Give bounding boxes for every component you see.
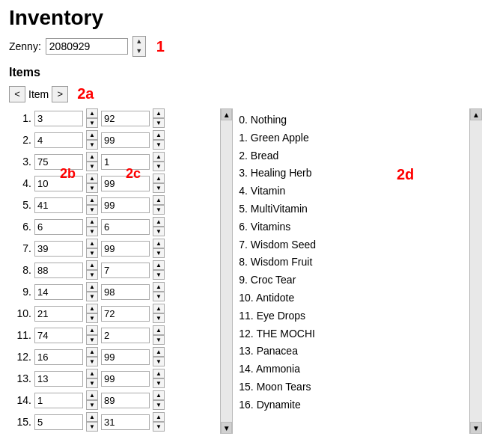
item-val2-input[interactable] (101, 197, 150, 213)
item-val2-input[interactable] (101, 349, 150, 365)
item-val1-down[interactable]: ▼ (86, 270, 98, 280)
names-scroll-track[interactable] (470, 120, 482, 422)
items-list[interactable]: 1. ▲ ▼ ▲ ▼ 2. ▲ ▼ ▲ ▼ 3. (9, 108, 220, 434)
item-val1-spinner[interactable]: ▲ ▼ (86, 108, 98, 128)
item-val1-up[interactable]: ▲ (86, 347, 98, 357)
item-val1-down[interactable]: ▼ (86, 313, 98, 323)
item-val1-up[interactable]: ▲ (86, 412, 98, 422)
item-val2-down[interactable]: ▼ (153, 422, 165, 432)
item-val1-input[interactable] (34, 263, 83, 278)
item-val2-spinner[interactable]: ▲ ▼ (153, 282, 165, 301)
item-val1-down[interactable]: ▼ (86, 378, 98, 388)
item-val1-down[interactable]: ▼ (86, 422, 98, 432)
scroll-down-arrow[interactable]: ▼ (221, 422, 232, 434)
item-val1-up[interactable]: ▲ (86, 174, 98, 183)
item-val1-down[interactable]: ▼ (86, 205, 98, 215)
item-val1-input[interactable] (34, 414, 83, 430)
item-val1-spinner[interactable]: ▲ ▼ (86, 130, 98, 150)
item-val2-up[interactable]: ▲ (153, 325, 165, 335)
item-val1-down[interactable]: ▼ (86, 292, 98, 301)
item-val2-up[interactable]: ▲ (153, 347, 165, 357)
item-val2-up[interactable]: ▲ (153, 304, 165, 313)
item-val1-input[interactable] (34, 132, 83, 148)
item-val1-input[interactable] (34, 241, 83, 257)
item-val1-input[interactable] (34, 219, 83, 235)
items-list-scrollbar[interactable]: ▲ ▼ (220, 108, 233, 434)
item-val1-spinner[interactable]: ▲ ▼ (86, 412, 98, 432)
item-val1-spinner[interactable]: ▲ ▼ (86, 239, 98, 258)
item-val1-input[interactable] (34, 349, 83, 365)
item-val2-up[interactable]: ▲ (153, 260, 165, 270)
item-val2-spinner[interactable]: ▲ ▼ (153, 390, 165, 410)
item-val2-input[interactable] (101, 328, 150, 343)
names-scroll-up-arrow[interactable]: ▲ (470, 108, 482, 120)
item-val1-input[interactable] (34, 306, 83, 322)
item-val2-input[interactable] (101, 371, 150, 387)
item-val2-up[interactable]: ▲ (153, 369, 165, 378)
zenny-spinner[interactable]: ▲ ▼ (132, 36, 146, 57)
item-val1-spinner[interactable]: ▲ ▼ (86, 195, 98, 215)
item-val1-input[interactable] (34, 328, 83, 343)
item-val1-down[interactable]: ▼ (86, 335, 98, 345)
item-val2-input[interactable] (101, 414, 150, 430)
item-val2-down[interactable]: ▼ (153, 140, 165, 150)
item-val2-down[interactable]: ▼ (153, 118, 165, 128)
item-val2-spinner[interactable]: ▲ ▼ (153, 325, 165, 345)
item-val1-spinner[interactable]: ▲ ▼ (86, 260, 98, 280)
item-val1-input[interactable] (34, 393, 83, 408)
item-val2-input[interactable] (101, 219, 150, 235)
item-val1-up[interactable]: ▲ (86, 130, 98, 140)
item-val1-up[interactable]: ▲ (86, 304, 98, 313)
item-val1-input[interactable] (34, 111, 83, 126)
item-val2-spinner[interactable]: ▲ ▼ (153, 239, 165, 258)
item-val1-down[interactable]: ▼ (86, 140, 98, 150)
item-val1-spinner[interactable]: ▲ ▼ (86, 325, 98, 345)
item-val2-down[interactable]: ▼ (153, 378, 165, 388)
item-val2-down[interactable]: ▼ (153, 183, 165, 193)
item-val2-down[interactable]: ▼ (153, 357, 165, 366)
item-val2-down[interactable]: ▼ (153, 205, 165, 215)
item-val1-spinner[interactable]: ▲ ▼ (86, 304, 98, 323)
item-val1-spinner[interactable]: ▲ ▼ (86, 174, 98, 193)
item-val1-up[interactable]: ▲ (86, 108, 98, 118)
item-val1-spinner[interactable]: ▲ ▼ (86, 369, 98, 388)
item-val1-input[interactable] (34, 197, 83, 213)
item-val1-down[interactable]: ▼ (86, 400, 98, 410)
item-val2-spinner[interactable]: ▲ ▼ (153, 260, 165, 280)
item-val2-up[interactable]: ▲ (153, 174, 165, 183)
item-val2-spinner[interactable]: ▲ ▼ (153, 174, 165, 193)
item-val2-spinner[interactable]: ▲ ▼ (153, 412, 165, 432)
item-val2-up[interactable]: ▲ (153, 282, 165, 292)
zenny-input[interactable] (46, 38, 128, 55)
item-val2-spinner[interactable]: ▲ ▼ (153, 304, 165, 323)
scroll-track[interactable] (221, 120, 232, 422)
item-val1-up[interactable]: ▲ (86, 390, 98, 400)
item-val1-up[interactable]: ▲ (86, 217, 98, 227)
items-names-list[interactable]: 0. Nothing1. Green Apple2. Bread3. Heali… (233, 108, 469, 434)
item-val1-spinner[interactable]: ▲ ▼ (86, 347, 98, 366)
item-val2-down[interactable]: ▼ (153, 335, 165, 345)
item-val2-up[interactable]: ▲ (153, 195, 165, 205)
item-val2-down[interactable]: ▼ (153, 313, 165, 323)
item-val1-down[interactable]: ▼ (86, 162, 98, 171)
item-val2-input[interactable] (101, 241, 150, 257)
item-val1-spinner[interactable]: ▲ ▼ (86, 217, 98, 236)
item-val2-down[interactable]: ▼ (153, 248, 165, 258)
item-val2-down[interactable]: ▼ (153, 292, 165, 301)
item-val1-input[interactable] (34, 154, 83, 170)
item-val1-down[interactable]: ▼ (86, 227, 98, 236)
item-val1-spinner[interactable]: ▲ ▼ (86, 390, 98, 410)
item-val1-up[interactable]: ▲ (86, 260, 98, 270)
item-val2-spinner[interactable]: ▲ ▼ (153, 130, 165, 150)
item-val2-up[interactable]: ▲ (153, 108, 165, 118)
item-val2-up[interactable]: ▲ (153, 130, 165, 140)
item-val2-input[interactable] (101, 263, 150, 278)
item-prev-btn[interactable]: < (9, 86, 25, 102)
item-val2-spinner[interactable]: ▲ ▼ (153, 195, 165, 215)
item-val1-input[interactable] (34, 371, 83, 387)
item-val1-up[interactable]: ▲ (86, 325, 98, 335)
item-val1-up[interactable]: ▲ (86, 195, 98, 205)
item-val2-down[interactable]: ▼ (153, 162, 165, 171)
items-names-scrollbar[interactable]: ▲ ▼ (469, 108, 482, 434)
item-val2-up[interactable]: ▲ (153, 412, 165, 422)
